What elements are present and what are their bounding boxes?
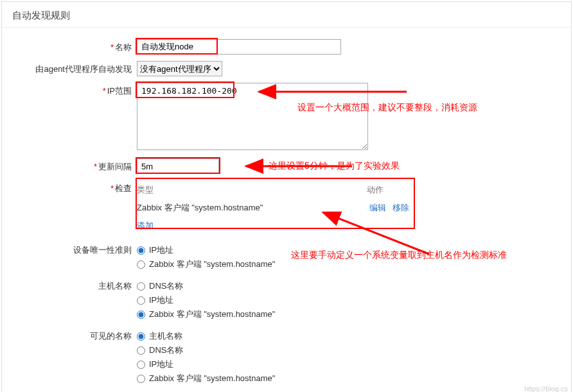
label-visible: 可见的名称 (90, 331, 132, 341)
radio-vis-1[interactable]: DNS名称 (137, 343, 571, 357)
radio-label: Zabbix 客户端 "system.hostname" (149, 373, 275, 384)
radio-hn-1[interactable]: IP地址 (137, 293, 571, 307)
checks-table: 类型 动作 Zabbix 客户端 "system.hostname" 编辑 移除… (137, 180, 413, 235)
radio-input[interactable] (137, 296, 145, 305)
radio-hn-0[interactable]: DNS名称 (137, 279, 571, 293)
interval-input[interactable] (137, 158, 219, 174)
name-input[interactable] (137, 39, 341, 55)
radio-vis-2[interactable]: IP地址 (137, 357, 571, 371)
radio-input[interactable] (137, 282, 145, 291)
checks-col-action: 动作 (367, 184, 383, 196)
add-link[interactable]: 添加 (137, 221, 154, 230)
radio-label: 主机名称 (149, 330, 182, 342)
radio-label: IP地址 (149, 359, 173, 370)
proxy-select[interactable]: 没有agent代理程序 (137, 61, 222, 76)
radio-input[interactable] (137, 246, 145, 255)
iprange-textarea[interactable] (137, 83, 368, 150)
checks-row-text: Zabbix 客户端 "system.hostname" (137, 202, 263, 214)
row-proxy: 由agent代理程序自动发现 没有agent代理程序 (2, 61, 571, 76)
radio-uniq-1[interactable]: Zabbix 客户端 "system.hostname" (137, 257, 571, 271)
label-checks: 检查 (115, 183, 132, 193)
label-uniqueness: 设备唯一性准则 (73, 245, 132, 255)
label-iprange: IP范围 (107, 86, 132, 96)
radio-input[interactable] (137, 311, 145, 319)
radio-label: IP地址 (149, 294, 173, 306)
row-uniqueness: 设备唯一性准则 IP地址Zabbix 客户端 "system.hostname" (2, 242, 571, 271)
row-hostname: 主机名称 DNS名称IP地址Zabbix 客户端 "system.hostnam… (2, 278, 571, 321)
radio-label: DNS名称 (149, 280, 183, 292)
radio-label: DNS名称 (149, 345, 183, 356)
radio-input[interactable] (137, 375, 145, 383)
radio-label: IP地址 (149, 244, 173, 256)
row-checks: *检查 类型 动作 Zabbix 客户端 "system.hostname" 编… (2, 180, 571, 235)
radio-label: Zabbix 客户端 "system.hostname" (149, 259, 275, 270)
edit-link[interactable]: 编辑 (369, 203, 386, 212)
radio-input[interactable] (137, 361, 145, 369)
form-body: *名称 由agent代理程序自动发现 没有agent代理程序 *IP范围 (2, 28, 571, 386)
radio-uniq-0[interactable]: IP地址 (137, 243, 571, 257)
form-panel: 自动发现规则 *名称 由agent代理程序自动发现 没有agent代理程序 *I… (1, 1, 572, 392)
row-name: *名称 (2, 39, 571, 55)
label-proxy: 由agent代理程序自动发现 (35, 64, 132, 74)
note-ip: 设置一个大概范围，建议不要整段，消耗资源 (297, 102, 477, 114)
checks-col-type: 类型 (137, 184, 154, 196)
page-title: 自动发现规则 (2, 2, 571, 28)
remove-link[interactable]: 移除 (392, 203, 409, 212)
radio-vis-3[interactable]: Zabbix 客户端 "system.hostname" (137, 371, 571, 386)
radio-input[interactable] (137, 332, 145, 341)
label-name: 名称 (115, 42, 132, 52)
row-interval: *更新间隔 这里设置5分钟，是为了实验效果 (2, 158, 571, 174)
radio-input[interactable] (137, 260, 145, 269)
label-hostname: 主机名称 (98, 281, 132, 291)
row-visible: 可见的名称 主机名称DNS名称IP地址Zabbix 客户端 "system.ho… (2, 328, 571, 386)
note-interval: 这里设置5分钟，是为了实验效果 (269, 160, 400, 172)
row-iprange: *IP范围 设置一个大概范围，建议不要整段，消耗资源 (2, 83, 571, 152)
label-interval: 更新间隔 (98, 162, 132, 171)
radio-label: Zabbix 客户端 "system.hostname" (149, 309, 275, 320)
radio-input[interactable] (137, 346, 145, 355)
table-row: Zabbix 客户端 "system.hostname" 编辑 移除 (137, 200, 413, 217)
radio-hn-2[interactable]: Zabbix 客户端 "system.hostname" (137, 307, 571, 321)
radio-vis-0[interactable]: 主机名称 (137, 329, 571, 343)
